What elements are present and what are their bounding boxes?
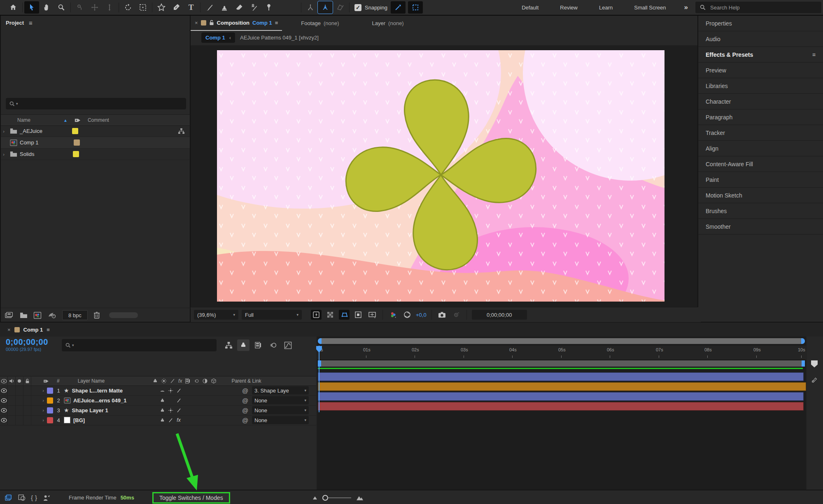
column-parent-link[interactable]: Parent & Link	[231, 378, 261, 384]
label-color-swatch[interactable]	[73, 151, 79, 157]
layer-label-swatch[interactable]	[47, 388, 53, 394]
panel-tab-content-aware-fill[interactable]: Content-Aware Fill	[698, 156, 823, 172]
zoom-in-mountain-icon[interactable]	[356, 495, 364, 501]
pickwhip-icon[interactable]: @	[242, 387, 248, 394]
close-icon[interactable]: ×	[7, 327, 11, 333]
home-icon[interactable]	[6, 1, 21, 14]
layer-bar-2[interactable]	[318, 382, 806, 391]
layer-name[interactable]: [BG]	[73, 417, 85, 423]
view-layout-icon[interactable]	[367, 310, 378, 320]
in-out-pane-icon[interactable]: { }	[31, 494, 37, 501]
time-navigator-bar[interactable]	[318, 338, 805, 344]
playhead-line[interactable]	[319, 346, 319, 412]
layer-bar-3[interactable]	[318, 392, 804, 401]
layer-row-3[interactable]: › 3 ★ Shape Layer 1 @ None▾	[0, 405, 316, 416]
eye-icon[interactable]	[1, 418, 7, 423]
workspace-tab-review[interactable]: Review	[549, 5, 588, 11]
tab-menu-icon[interactable]: ≡	[275, 20, 278, 26]
frame-blending-icon[interactable]	[252, 339, 264, 351]
breadcrumb[interactable]: Comp 1 ‹	[201, 33, 235, 43]
layer-bar-1[interactable]	[318, 372, 804, 381]
expand-layer-switches-icon[interactable]	[5, 494, 13, 501]
project-column-name[interactable]: Name	[17, 117, 30, 123]
parent-dropdown[interactable]: None▾	[252, 416, 309, 424]
panel-tab-effects-presets[interactable]: Effects & Presets ≡	[698, 47, 823, 63]
layer-label-swatch[interactable]	[47, 417, 53, 423]
panel-tab-properties[interactable]: Properties	[698, 16, 823, 31]
orbit-camera-tool-icon[interactable]	[72, 1, 87, 14]
shy-layers-icon[interactable]	[237, 339, 249, 351]
roto-brush-tool-icon[interactable]	[247, 1, 261, 14]
zoom-out-mountain-icon[interactable]	[312, 496, 317, 500]
eye-icon[interactable]	[1, 388, 7, 393]
zoom-tool-icon[interactable]	[54, 1, 69, 14]
project-item-solids[interactable]: › Solids	[1, 149, 190, 160]
project-item-aejuice[interactable]: › _AEJuice	[1, 125, 190, 137]
eraser-tool-icon[interactable]	[232, 1, 247, 14]
bpc-button[interactable]: 8 bpc	[62, 310, 88, 320]
type-tool-icon[interactable]: T	[184, 1, 198, 14]
mask-visibility-icon[interactable]	[339, 310, 350, 320]
exposure-value[interactable]: +0,0	[416, 312, 427, 318]
tab-menu-icon[interactable]: ≡	[47, 327, 50, 333]
pickwhip-icon[interactable]: @	[242, 417, 248, 424]
layer-label-swatch[interactable]	[47, 407, 53, 413]
snapping-checkbox[interactable]: ✓	[354, 4, 361, 11]
panel-tab-smoother[interactable]: Smoother	[698, 219, 823, 235]
new-composition-icon[interactable]	[33, 312, 42, 319]
panel-tab-brushes[interactable]: Brushes	[698, 203, 823, 219]
layer-row-2[interactable]: › 2 AEJuice...erns 049_1 @ None▾	[0, 395, 316, 406]
clone-stamp-tool-icon[interactable]	[217, 1, 232, 14]
playhead-handle[interactable]	[316, 346, 322, 353]
timeline-search-input[interactable]: ▾	[62, 339, 217, 351]
column-number[interactable]: #	[57, 378, 60, 384]
panel-tab-tracker[interactable]: Tracker	[698, 125, 823, 141]
column-layer-name[interactable]: Layer Name	[78, 378, 105, 384]
shape-tool-icon[interactable]	[154, 1, 169, 14]
fast-previews-icon[interactable]	[311, 310, 322, 320]
project-item-comp1[interactable]: Comp 1	[1, 137, 190, 149]
parent-dropdown[interactable]: None▾	[252, 406, 309, 414]
project-search-input[interactable]: ▾	[6, 98, 186, 109]
work-area-end-handle[interactable]	[802, 360, 805, 367]
breadcrumb-back-chevron[interactable]: ‹	[229, 35, 231, 41]
time-ruler[interactable]: 0s 01s 02s 03s 04s 05s 06s 07s 08s 09s 1…	[317, 346, 806, 360]
rotation-tool-icon[interactable]	[121, 1, 135, 14]
viewer-timecode[interactable]: 0;00;00;00	[472, 310, 527, 320]
render-time-pane-icon[interactable]	[43, 495, 51, 501]
world-axis-mode-icon[interactable]	[318, 1, 333, 14]
expand-caret-icon[interactable]: ›	[40, 408, 46, 413]
layer-label-swatch[interactable]	[47, 397, 53, 404]
graph-editor-icon[interactable]	[282, 339, 294, 351]
render-engine-icon[interactable]	[47, 311, 56, 319]
panel-tab-motion-sketch[interactable]: Motion Sketch	[698, 188, 823, 203]
tab-composition[interactable]: × Composition Comp 1 ≡	[191, 15, 282, 31]
work-area-bar[interactable]	[318, 360, 805, 367]
timeline-zoom-slider[interactable]	[322, 495, 351, 501]
layer-bar-4[interactable]	[318, 402, 804, 411]
pen-tool-icon[interactable]	[169, 1, 184, 14]
navigator-end-handle[interactable]	[801, 338, 805, 344]
project-column-comment[interactable]: Comment	[88, 117, 109, 123]
view-axis-mode-icon[interactable]	[333, 1, 347, 14]
expand-caret-icon[interactable]: ›	[40, 398, 46, 403]
magnification-dropdown[interactable]: (39,6%)▾	[194, 310, 238, 320]
composition-mini-flowchart-icon[interactable]	[222, 339, 235, 351]
pickwhip-icon[interactable]: @	[242, 407, 248, 414]
transfer-modes-pane-icon[interactable]	[18, 494, 26, 501]
tab-footage[interactable]: Footage (none)	[297, 16, 343, 30]
panel-tab-preview[interactable]: Preview	[698, 63, 823, 78]
expand-caret-icon[interactable]: ›	[1, 152, 7, 157]
expand-caret-icon[interactable]: ›	[1, 129, 7, 134]
new-folder-icon[interactable]	[20, 312, 28, 318]
zoom-slider-knob[interactable]	[322, 495, 328, 501]
parent-dropdown[interactable]: 3. Shape Laye▾	[252, 386, 309, 395]
panel-tab-libraries[interactable]: Libraries	[698, 78, 823, 94]
panel-tab-character[interactable]: Character	[698, 94, 823, 109]
comp-button-icon[interactable]	[811, 376, 818, 383]
sort-ascending-icon[interactable]: ▲	[63, 118, 68, 123]
region-of-interest-icon[interactable]	[353, 310, 364, 320]
hand-tool-icon[interactable]	[39, 1, 54, 14]
panel-tab-paint[interactable]: Paint	[698, 172, 823, 188]
workspace-overflow-chevrons[interactable]: »	[677, 3, 695, 12]
